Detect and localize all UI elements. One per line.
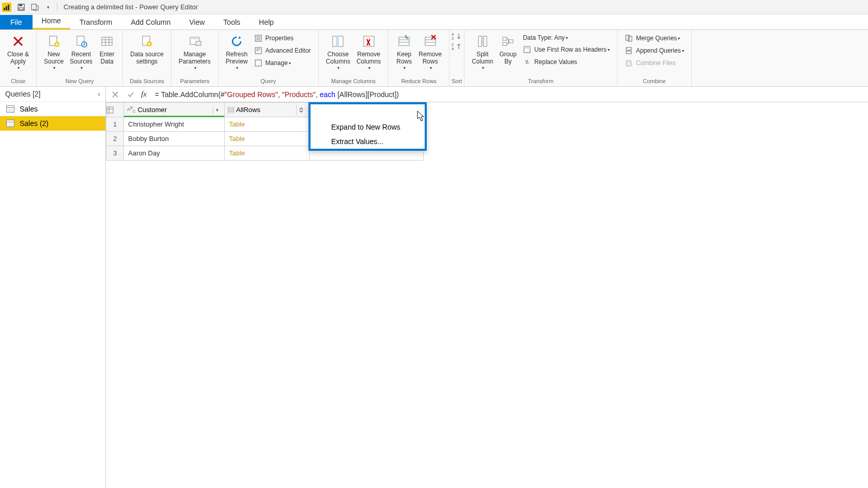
svg-text:A: A — [452, 33, 454, 36]
ribbon-group-new-query: New Source▾ Recent Sources▾ Enter Data N… — [37, 30, 123, 86]
group-by-button[interactable]: Group By — [497, 32, 520, 67]
queries-header: Queries [2] ‹ — [0, 87, 105, 102]
svg-rect-1 — [6, 6, 7, 10]
combine-files-button[interactable]: Combine Files — [624, 58, 685, 68]
qat-button-2[interactable] — [29, 2, 40, 13]
split-column-button[interactable]: Split Column▾ — [469, 32, 496, 71]
title-bar: ▾ Creating a delimited list - Power Quer… — [0, 0, 868, 14]
svg-rect-55 — [626, 51, 631, 54]
sort-asc-button[interactable]: AZ — [452, 32, 462, 40]
ribbon-group-transform: Split Column▾ Group By Data Type: Any▾ U… — [464, 30, 617, 86]
svg-rect-21 — [196, 41, 201, 45]
expand-dropdown: Expand to New Rows Extract Values... — [308, 102, 427, 151]
qat-customize[interactable]: ▾ — [42, 2, 54, 13]
content-area: fx = Table.AddColumn(#"Grouped Rows", "P… — [106, 87, 868, 488]
ribbon: Close & Apply▾ Close New Source▾ Recent … — [0, 30, 868, 87]
table-type-icon — [228, 107, 234, 113]
svg-rect-51 — [524, 46, 530, 49]
ribbon-group-manage-columns: Choose Columns▾ Remove Columns▾ Manage C… — [319, 30, 389, 86]
enter-data-button[interactable]: Enter Data — [96, 32, 118, 67]
svg-rect-9 — [77, 36, 84, 45]
headers-icon — [523, 45, 531, 54]
svg-rect-11 — [102, 37, 112, 45]
append-queries-button[interactable]: Append Queries▾ — [624, 45, 685, 56]
svg-rect-5 — [19, 8, 23, 10]
ribbon-group-close: Close & Apply▾ Close — [0, 30, 37, 86]
formula-input[interactable]: = Table.AddColumn(#"Grouped Rows", "Prod… — [152, 90, 864, 99]
manage-parameters-button[interactable]: Manage Parameters▾ — [176, 32, 214, 71]
tab-add-column[interactable]: Add Column — [121, 15, 180, 29]
advanced-editor-button[interactable]: Advanced Editor — [253, 45, 312, 56]
query-item-sales[interactable]: Sales — [0, 102, 105, 116]
tab-home[interactable]: Home — [33, 13, 70, 29]
tab-help[interactable]: Help — [250, 15, 283, 29]
new-source-button[interactable]: New Source▾ — [41, 32, 67, 71]
query-item-sales-2[interactable]: Sales (2) — [0, 116, 105, 131]
svg-rect-29 — [255, 60, 261, 66]
svg-text:Z: Z — [452, 43, 454, 46]
filter-button[interactable]: ▾ — [213, 106, 221, 114]
keep-rows-button[interactable]: Keep Rows▾ — [393, 32, 415, 71]
svg-rect-61 — [228, 107, 234, 113]
svg-rect-2 — [8, 5, 9, 10]
svg-text:A: A — [452, 47, 454, 51]
replace-icon — [523, 58, 531, 66]
text-type-icon: ABC — [127, 106, 135, 113]
save-button[interactable] — [16, 2, 27, 13]
ribbon-group-sort: AZ ZA Sort — [450, 30, 464, 86]
svg-rect-4 — [19, 4, 22, 6]
tab-view[interactable]: View — [180, 15, 214, 29]
table-icon — [6, 105, 14, 113]
choose-columns-button[interactable]: Choose Columns▾ — [323, 32, 353, 71]
formula-bar: fx = Table.AddColumn(#"Grouped Rows", "P… — [106, 87, 868, 102]
data-type-button[interactable]: Data Type: Any▾ — [522, 33, 611, 42]
app-icon — [2, 3, 11, 12]
advanced-editor-icon — [254, 46, 262, 55]
extract-values-item[interactable]: Extract Values... — [311, 134, 425, 149]
main-area: Queries [2] ‹ Sales Sales (2) fx = Table… — [0, 87, 868, 488]
properties-icon — [254, 34, 262, 42]
corner-cell[interactable] — [106, 103, 124, 117]
commit-formula-button[interactable] — [126, 89, 136, 100]
tab-tools[interactable]: Tools — [214, 15, 250, 29]
ribbon-group-data-sources: Data source settings Data Sources — [123, 30, 172, 86]
ribbon-group-reduce-rows: Keep Rows▾ Remove Rows▾ Reduce Rows — [389, 30, 450, 86]
properties-button[interactable]: Properties — [253, 33, 312, 43]
ribbon-group-combine: Merge Queries▾ Append Queries▾ Combine F… — [617, 30, 692, 86]
recent-sources-button[interactable]: Recent Sources▾ — [67, 32, 96, 71]
sort-desc-button[interactable]: ZA — [452, 42, 462, 51]
divider — [57, 3, 57, 11]
window-title: Creating a delimited list - Power Query … — [64, 3, 198, 11]
merge-queries-button[interactable]: Merge Queries▾ — [624, 33, 685, 43]
svg-rect-20 — [190, 37, 199, 39]
svg-rect-48 — [503, 42, 507, 45]
merge-icon — [625, 34, 633, 42]
ribbon-group-parameters: Manage Parameters▾ Parameters — [172, 30, 219, 86]
svg-rect-31 — [336, 36, 339, 46]
svg-rect-44 — [478, 36, 482, 46]
column-header-customer[interactable]: ABC Customer ▾ — [124, 103, 225, 117]
queries-pane: Queries [2] ‹ Sales Sales (2) — [0, 87, 106, 488]
first-row-headers-button[interactable]: Use First Row as Headers▾ — [522, 44, 611, 55]
remove-columns-button[interactable]: Remove Columns▾ — [353, 32, 384, 71]
table-icon — [6, 120, 14, 127]
collapse-pane-button[interactable]: ‹ — [98, 90, 100, 98]
expand-to-new-rows-item[interactable]: Expand to New Rows — [311, 120, 425, 134]
tab-file[interactable]: File — [0, 15, 33, 29]
group-label-close: Close — [11, 77, 25, 86]
expand-button-allrows[interactable] — [296, 105, 306, 115]
column-header-allrows[interactable]: AllRows — [225, 103, 310, 117]
manage-query-button[interactable]: Manage▾ — [253, 58, 312, 68]
close-apply-button[interactable]: Close & Apply▾ — [4, 32, 32, 71]
refresh-preview-button[interactable]: Refresh Preview▾ — [223, 32, 251, 71]
data-grid-wrap: ABC Customer ▾ AllRows — [106, 102, 868, 161]
svg-text:Z: Z — [452, 37, 454, 40]
svg-rect-47 — [503, 37, 507, 40]
remove-rows-button[interactable]: Remove Rows▾ — [415, 32, 445, 71]
fx-button[interactable]: fx — [141, 90, 147, 99]
combine-files-icon — [625, 59, 633, 67]
replace-values-button[interactable]: Replace Values — [522, 57, 611, 67]
tab-transform[interactable]: Transform — [70, 15, 121, 29]
data-source-settings-button[interactable]: Data source settings — [127, 32, 167, 67]
cancel-formula-button[interactable] — [110, 89, 120, 100]
